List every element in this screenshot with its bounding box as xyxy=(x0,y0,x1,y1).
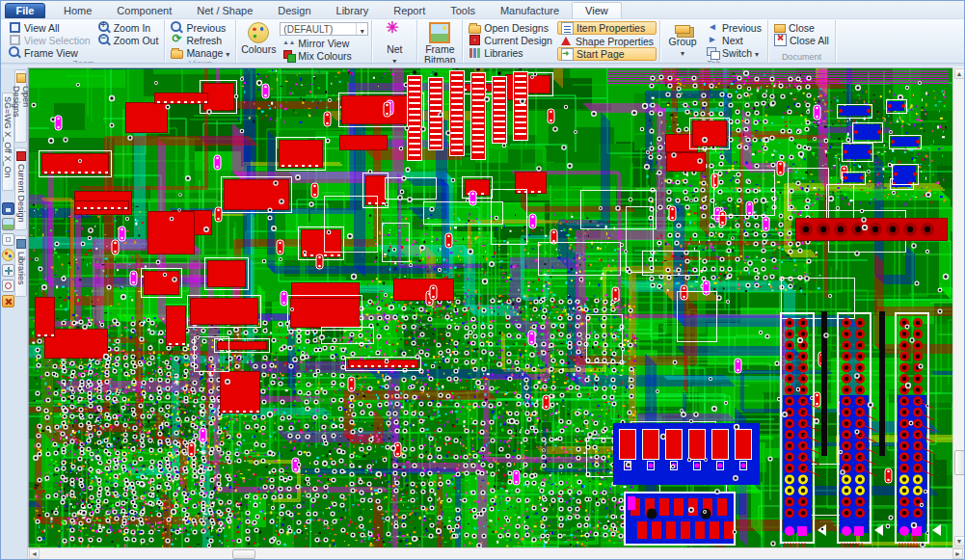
tab-tools[interactable]: Tools xyxy=(438,3,488,18)
tab-net-shape[interactable]: Net / Shape xyxy=(184,3,265,18)
frame-view-button[interactable]: Frame View xyxy=(6,46,94,59)
ribbon-tab-bar: File Home Component Net / Shape Design L… xyxy=(1,1,964,18)
vertical-scrollbar[interactable]: ▲ ▼ xyxy=(952,67,965,547)
open-designs-pane-button[interactable]: Open Designs xyxy=(466,21,555,34)
tab-home[interactable]: Home xyxy=(51,3,104,18)
file-menu-button[interactable]: File xyxy=(5,3,45,18)
scroll-up-arrow[interactable]: ▲ xyxy=(954,68,965,79)
mirror-view-button[interactable]: Mirror View xyxy=(280,37,368,49)
mix-colours-button[interactable]: Mix Colours xyxy=(280,49,368,62)
tab-component[interactable]: Component xyxy=(104,3,184,18)
tab-group-icon xyxy=(675,25,690,34)
colours-button[interactable]: Colours xyxy=(239,21,278,55)
view-selection-label: View Selection xyxy=(24,35,91,46)
tab-group-button[interactable]: Group xyxy=(663,21,702,59)
zoom-tool-icon[interactable] xyxy=(2,280,14,292)
scroll-left-arrow[interactable]: ◄ xyxy=(29,548,40,559)
frame-bitmap-button[interactable]: FrameBitmap xyxy=(420,21,459,66)
pan-icon[interactable] xyxy=(2,264,14,277)
ribbon-group-document: Close Close All Document xyxy=(768,20,836,63)
cancel-icon[interactable] xyxy=(2,295,14,307)
ribbon-group-document-label: Document xyxy=(771,52,832,63)
scroll-down-arrow[interactable]: ▼ xyxy=(954,536,965,547)
left-sidebar: SG=WG X_Off X_On Open Designs Current De… xyxy=(1,67,28,559)
libraries-icon xyxy=(469,46,481,59)
vertical-scrollbar-thumb[interactable] xyxy=(954,450,965,475)
zoom-out-label: Zoom Out xyxy=(114,35,159,46)
sidebar-tab-libraries[interactable]: Libraries xyxy=(14,235,27,297)
tab-design[interactable]: Design xyxy=(265,3,323,18)
current-design-pane-button[interactable]: Current Design xyxy=(466,34,555,46)
highlight-net-label: Net xyxy=(387,44,402,55)
chevron-down-icon xyxy=(755,47,759,59)
ribbon: View All View Selection Frame View Zoom … xyxy=(1,18,964,63)
frame-icon[interactable] xyxy=(2,233,14,246)
frame-view-icon xyxy=(9,46,21,59)
shape-properties-pane-button[interactable]: Shape Properties xyxy=(557,35,657,47)
item-properties-icon xyxy=(561,22,574,35)
horizontal-scrollbar-thumb[interactable] xyxy=(232,549,255,559)
ribbon-group-tab: Group Previous Next Switch Tab xyxy=(660,20,768,63)
colours-icon xyxy=(248,22,269,43)
colour-scheme-dropdown-button[interactable] xyxy=(356,23,367,35)
tab-previous-icon xyxy=(707,21,719,34)
zoom-in-label: Zoom In xyxy=(114,22,151,34)
sidebar-pane-tabs: Open Designs Current Design Libraries xyxy=(14,67,28,559)
ribbon-group-zoom: View All View Selection Frame View Zoom … xyxy=(3,20,165,63)
tab-next-icon xyxy=(707,34,719,46)
tab-next-button[interactable]: Next xyxy=(704,34,764,46)
design-view: ▲ ▼ ◄ ► xyxy=(28,67,964,559)
sidebar-tab-current-design-label: Current Design xyxy=(16,164,26,223)
view-all-button[interactable]: View All xyxy=(6,21,94,34)
zoom-out-button[interactable]: Zoom Out xyxy=(95,34,162,46)
bitmap-icon[interactable] xyxy=(2,218,14,230)
close-all-documents-label: Close All xyxy=(790,35,829,46)
tab-view[interactable]: View xyxy=(572,2,622,18)
frame-bitmap-icon xyxy=(429,22,450,43)
open-designs-label: Open Designs xyxy=(484,22,549,34)
refresh-button[interactable]: Refresh xyxy=(168,34,232,46)
zoom-out-icon xyxy=(98,34,111,46)
tab-switch-button[interactable]: Switch xyxy=(704,46,764,59)
tab-switch-label: Switch xyxy=(722,47,752,59)
start-page-pane-button[interactable]: Start Page xyxy=(557,47,657,61)
tab-manufacture[interactable]: Manufacture xyxy=(488,3,572,18)
mix-colours-icon xyxy=(282,49,295,62)
tab-previous-label: Previous xyxy=(722,22,762,34)
scroll-right-arrow[interactable]: ► xyxy=(952,548,963,559)
save-icon[interactable] xyxy=(2,202,14,215)
tab-report[interactable]: Report xyxy=(381,3,438,18)
item-properties-pane-button[interactable]: Item Properties xyxy=(557,21,657,35)
tab-previous-button[interactable]: Previous xyxy=(704,21,764,34)
highlight-net-icon xyxy=(384,22,405,43)
colours-label: Colours xyxy=(241,44,276,55)
colour-scheme-select[interactable]: (DEFAULT) xyxy=(280,22,368,36)
libraries-label: Libraries xyxy=(484,47,523,59)
sidebar-tab-current-design[interactable]: Current Design xyxy=(14,147,27,230)
close-all-documents-button[interactable]: Close All xyxy=(771,34,832,46)
application-window: File Home Component Net / Shape Design L… xyxy=(0,0,965,560)
libraries-tab-icon xyxy=(16,239,26,249)
highlight-net-button[interactable]: Net xyxy=(375,21,414,67)
tab-group-label: Group xyxy=(669,37,697,47)
start-page-icon xyxy=(561,48,574,61)
ribbon-group-panes: Open Designs Current Design Libraries It… xyxy=(463,20,660,63)
shape-properties-icon xyxy=(560,35,573,47)
manage-views-button[interactable]: Manage xyxy=(168,46,232,59)
close-document-label: Close xyxy=(789,22,815,34)
close-document-button[interactable]: Close xyxy=(771,21,832,34)
horizontal-scrollbar[interactable]: ◄ ► xyxy=(28,547,964,559)
tab-library[interactable]: Library xyxy=(324,3,382,18)
current-design-label: Current Design xyxy=(484,35,552,46)
ribbon-group-image: FrameBitmap Image xyxy=(417,20,463,63)
chevron-down-icon xyxy=(681,47,684,59)
libraries-pane-button[interactable]: Libraries xyxy=(466,46,555,59)
pcb-design-canvas[interactable] xyxy=(29,68,952,550)
mirror-view-label: Mirror View xyxy=(298,38,349,49)
view-selection-button[interactable]: View Selection xyxy=(6,34,94,46)
tab-next-label: Next xyxy=(722,35,743,46)
colours-small-icon[interactable] xyxy=(2,249,14,261)
sidebar-tab-open-designs[interactable]: Open Designs xyxy=(14,69,27,143)
sidebar-tools xyxy=(2,202,14,307)
previous-view-label: Previous xyxy=(186,22,226,34)
